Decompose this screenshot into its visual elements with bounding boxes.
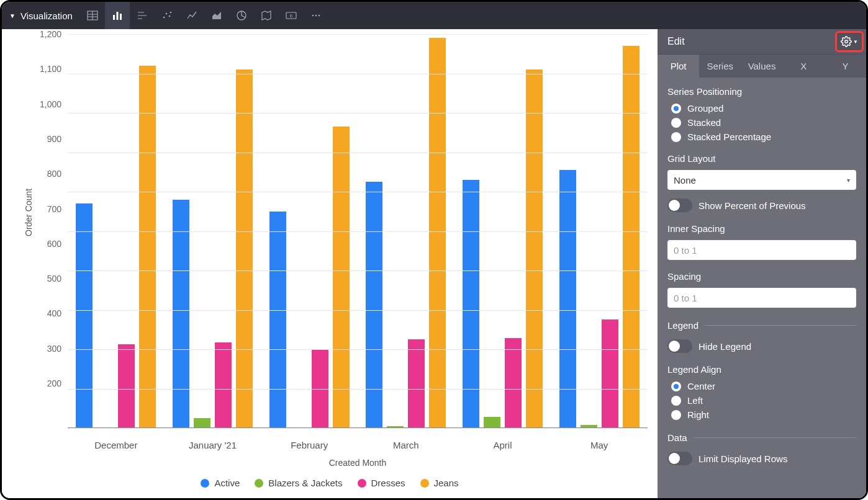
pie-chart-icon[interactable] (229, 2, 254, 29)
bar[interactable] (408, 339, 425, 428)
svg-rect-4 (113, 15, 115, 20)
x-category: April (454, 440, 551, 450)
x-category: January '21 (165, 440, 261, 450)
edit-panel: Edit ▼ PlotSeriesValuesXY Series Positio… (658, 29, 866, 498)
legend-align-label: Legend Align (667, 364, 856, 375)
x-axis-label: Created Month (68, 458, 648, 468)
limit-rows-label: Limit Displayed Rows (698, 453, 787, 464)
visualization-header[interactable]: ▼ Visualization (2, 2, 80, 29)
data-section-label: Data (667, 432, 687, 443)
bar[interactable] (429, 38, 446, 428)
line-chart-icon[interactable] (179, 2, 204, 29)
bar[interactable] (505, 338, 522, 428)
bar[interactable] (366, 182, 382, 428)
collapse-icon: ▼ (9, 12, 16, 19)
legend-item[interactable]: Jeans (420, 478, 459, 488)
x-category: March (358, 440, 454, 450)
radio-stacked-percentage[interactable]: Stacked Percentage (671, 132, 856, 142)
radio-stacked[interactable]: Stacked (671, 117, 856, 128)
edit-panel-title: Edit (667, 36, 685, 47)
bar[interactable] (463, 180, 479, 428)
bar[interactable] (559, 170, 576, 428)
limit-rows-toggle[interactable] (667, 452, 692, 465)
bar[interactable] (269, 212, 286, 428)
bar[interactable] (236, 69, 253, 428)
radio-align-center[interactable]: Center (671, 381, 856, 391)
svg-point-17 (312, 15, 314, 17)
radio-align-right[interactable]: Right (671, 409, 856, 420)
bar[interactable] (623, 46, 640, 428)
bar[interactable] (194, 418, 210, 428)
bar[interactable] (602, 319, 618, 428)
bar-chart-icon[interactable] (130, 2, 155, 29)
svg-point-10 (163, 17, 165, 19)
tab-x[interactable]: X (783, 54, 825, 78)
svg-rect-5 (116, 12, 118, 20)
spacing-label: Spacing (667, 271, 856, 282)
radio-align-left[interactable]: Left (671, 395, 856, 406)
svg-point-13 (170, 12, 172, 14)
x-category: February (261, 440, 358, 450)
y-tick: 1,000 (40, 99, 61, 109)
bar[interactable] (333, 127, 350, 428)
hide-legend-label: Hide Legend (698, 341, 751, 352)
y-tick: 300 (47, 344, 61, 354)
y-tick: 400 (47, 308, 61, 318)
chart-panel: Order Count 2003004005006007008009001,00… (2, 29, 658, 498)
show-percent-toggle[interactable] (667, 199, 692, 212)
bar[interactable] (484, 417, 500, 428)
scatter-chart-icon[interactable] (155, 2, 179, 29)
show-percent-label: Show Percent of Previous (698, 200, 806, 211)
svg-point-11 (166, 13, 168, 15)
grid-layout-label: Grid Layout (667, 153, 856, 164)
tab-plot[interactable]: Plot (658, 54, 699, 78)
legend-item[interactable]: Dresses (358, 478, 405, 488)
hide-legend-toggle[interactable] (667, 339, 692, 353)
single-value-icon[interactable]: 6 (279, 2, 304, 29)
x-category: December (68, 440, 165, 450)
spacing-input[interactable]: 0 to 1 (667, 288, 856, 308)
bar[interactable] (139, 66, 156, 428)
radio-grouped[interactable]: Grouped (671, 103, 856, 114)
y-tick: 200 (47, 378, 61, 388)
more-options-icon[interactable] (304, 2, 328, 29)
area-chart-icon[interactable] (204, 2, 229, 29)
settings-button[interactable]: ▼ (835, 31, 864, 52)
table-icon[interactable] (80, 2, 105, 29)
y-tick: 600 (47, 239, 61, 249)
bar[interactable] (526, 69, 543, 428)
chart-area: Order Count 2003004005006007008009001,00… (12, 34, 648, 473)
x-category: May (551, 440, 648, 450)
svg-point-12 (169, 16, 171, 17)
series-positioning-label: Series Positioning (667, 86, 856, 97)
svg-point-20 (845, 40, 848, 43)
bar[interactable] (173, 200, 189, 428)
bar[interactable] (118, 344, 135, 428)
tab-values[interactable]: Values (741, 54, 782, 78)
y-tick: 700 (47, 204, 61, 214)
visualization-title: Visualization (20, 11, 73, 21)
inner-spacing-input[interactable]: 0 to 1 (667, 240, 856, 260)
bar[interactable] (76, 203, 93, 428)
chevron-down-icon: ▼ (853, 39, 858, 45)
svg-rect-6 (120, 14, 122, 20)
legend-item[interactable]: Blazers & Jackets (255, 478, 342, 488)
chart-legend: ActiveBlazers & JacketsDressesJeans (12, 473, 648, 488)
inner-spacing-label: Inner Spacing (667, 223, 856, 234)
y-tick: 500 (47, 274, 61, 283)
gear-icon (841, 36, 852, 47)
legend-item[interactable]: Active (201, 478, 240, 488)
y-axis-label: Order Count (24, 188, 34, 236)
map-chart-icon[interactable] (254, 2, 279, 29)
chart-type-toolbar: 6 (80, 2, 328, 29)
svg-text:6: 6 (290, 13, 293, 19)
grid-layout-select[interactable]: None ▾ (667, 170, 856, 190)
tab-series[interactable]: Series (699, 54, 741, 78)
tab-y[interactable]: Y (825, 54, 866, 78)
bar[interactable] (215, 342, 232, 428)
svg-point-19 (319, 15, 320, 17)
select-caret-icon: ▾ (847, 177, 850, 184)
y-tick: 1,100 (40, 64, 61, 74)
y-tick: 900 (47, 134, 61, 144)
column-chart-icon[interactable] (105, 2, 130, 29)
